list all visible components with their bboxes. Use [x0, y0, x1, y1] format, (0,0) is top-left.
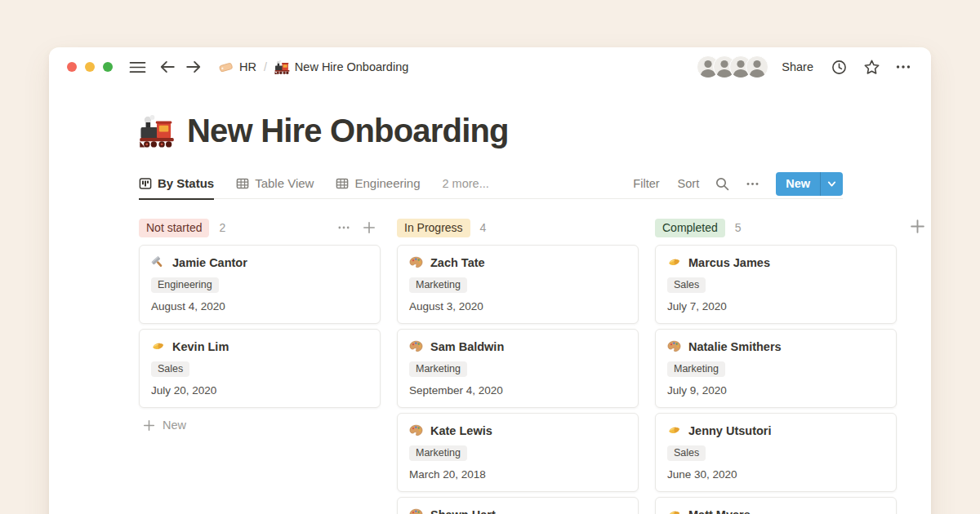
view-tabs-row: By StatusTable ViewEngineering 2 more...… — [139, 169, 843, 199]
traffic-lights — [67, 62, 113, 72]
card-name: Shawn Hart — [430, 508, 496, 514]
board-column-not-started: Not started 2 Jamie CantorEngineeringAug… — [139, 217, 381, 514]
tab-table-view[interactable]: Table View — [236, 169, 314, 200]
history-clock-icon[interactable] — [831, 60, 847, 75]
kanban-card[interactable]: Kevin LimSalesJuly 20, 2020 — [139, 329, 381, 408]
card-list: Jamie CantorEngineeringAugust 4, 2020 Ke… — [139, 245, 381, 408]
tab-label: By Status — [158, 176, 214, 190]
board-column-in-progress: In Progress 4 Zach TateMarketingAugust 3… — [397, 217, 639, 514]
avatar[interactable] — [746, 55, 768, 78]
kanban-card[interactable]: Zach TateMarketingAugust 3, 2020 — [397, 245, 639, 324]
palette-icon — [409, 423, 423, 437]
avatar-stack — [697, 55, 768, 78]
start-date: August 4, 2020 — [151, 300, 368, 312]
new-button-label[interactable]: New — [776, 172, 820, 196]
add-card-button[interactable]: New — [139, 419, 381, 432]
topbar: HR / New Hire Onboarding Share — [49, 47, 931, 86]
department-tag: Marketing — [667, 361, 725, 377]
card-name: Sam Baldwin — [430, 340, 504, 353]
start-date: March 20, 2018 — [409, 468, 626, 481]
close-window-button[interactable] — [67, 62, 77, 72]
kanban-card[interactable]: Marcus JamesSalesJuly 7, 2020 — [655, 245, 897, 324]
column-count: 4 — [480, 221, 487, 234]
back-arrow-icon[interactable] — [159, 60, 176, 74]
page-train-icon[interactable] — [139, 113, 175, 149]
card-title-row: Matt Myers — [667, 507, 884, 514]
kanban-card[interactable]: Matt Myers — [655, 497, 897, 514]
page-title[interactable]: New Hire Onboarding — [187, 113, 509, 149]
start-date: July 9, 2020 — [667, 384, 884, 397]
palette-icon — [409, 339, 423, 353]
new-button-dropdown[interactable] — [820, 172, 843, 196]
department-tag: Sales — [151, 361, 189, 377]
view-options-icon[interactable] — [746, 177, 760, 191]
start-date: June 30, 2020 — [667, 468, 884, 481]
handshake-icon — [151, 339, 165, 353]
breadcrumb-page[interactable]: New Hire Onboarding — [295, 60, 408, 73]
palette-icon — [409, 507, 423, 514]
start-date: July 20, 2020 — [151, 384, 368, 397]
card-title-row: Kate Lewis — [409, 423, 626, 437]
status-badge[interactable]: In Progress — [397, 219, 470, 237]
board-icon — [139, 177, 152, 190]
filter-button[interactable]: Filter — [633, 177, 659, 190]
sort-button[interactable]: Sort — [678, 177, 700, 190]
breadcrumb: HR / New Hire Onboarding — [218, 60, 408, 75]
forward-arrow-icon[interactable] — [185, 60, 202, 74]
kanban-card[interactable]: Natalie SmithersMarketingJuly 9, 2020 — [655, 329, 897, 408]
column-header: In Progress 4 — [397, 217, 639, 238]
zoom-window-button[interactable] — [103, 62, 113, 72]
add-group-button[interactable] — [910, 219, 925, 234]
new-button[interactable]: New — [776, 172, 843, 196]
card-list: Zach TateMarketingAugust 3, 2020 Sam Bal… — [397, 245, 639, 514]
kanban-card[interactable]: Sam BaldwinMarketingSeptember 4, 2020 — [397, 329, 639, 408]
label-icon — [218, 60, 234, 75]
palette-icon — [667, 339, 681, 353]
card-name: Matt Myers — [688, 508, 751, 514]
department-tag: Marketing — [409, 445, 467, 461]
card-title-row: Shawn Hart — [409, 507, 626, 514]
card-title-row: Kevin Lim — [151, 339, 368, 353]
breadcrumb-separator: / — [264, 60, 267, 73]
breadcrumb-workspace[interactable]: HR — [239, 60, 256, 73]
hammer-icon — [151, 255, 165, 269]
department-tag: Marketing — [409, 361, 467, 377]
status-badge[interactable]: Completed — [655, 219, 725, 237]
tab-label: Table View — [255, 176, 314, 190]
card-list: Marcus JamesSalesJuly 7, 2020 Natalie Sm… — [655, 245, 897, 514]
search-icon[interactable] — [715, 177, 729, 191]
share-button[interactable]: Share — [782, 60, 813, 73]
more-options-icon[interactable] — [895, 59, 911, 75]
minimize-window-button[interactable] — [85, 62, 95, 72]
table-icon — [236, 177, 249, 190]
status-badge[interactable]: Not started — [139, 219, 209, 237]
card-name: Kevin Lim — [172, 340, 229, 353]
hamburger-menu-icon[interactable] — [129, 61, 146, 73]
card-title-row: Marcus James — [667, 255, 884, 269]
title-row: New Hire Onboarding — [139, 113, 896, 149]
column-header: Completed 5 — [655, 217, 897, 238]
card-title-row: Sam Baldwin — [409, 339, 626, 353]
kanban-card[interactable]: Shawn Hart — [397, 497, 639, 514]
chevron-down-icon — [827, 179, 836, 188]
column-options-icon[interactable] — [337, 221, 350, 234]
more-views-button[interactable]: 2 more... — [443, 177, 489, 190]
department-tag: Engineering — [151, 277, 219, 293]
card-title-row: Jenny Utsutori — [667, 423, 884, 437]
table-icon — [336, 177, 349, 190]
tab-engineering[interactable]: Engineering — [336, 169, 420, 200]
favorite-star-icon[interactable] — [863, 59, 880, 76]
column-add-card-icon[interactable] — [363, 221, 376, 234]
board-column-completed: Completed 5 Marcus JamesSalesJuly 7, 202… — [655, 217, 897, 514]
handshake-icon — [667, 255, 681, 269]
tab-label: Engineering — [354, 176, 420, 190]
kanban-card[interactable]: Kate LewisMarketingMarch 20, 2018 — [397, 413, 639, 492]
tab-by-status[interactable]: By Status — [139, 169, 214, 200]
card-title-row: Jamie Cantor — [151, 255, 368, 269]
start-date: September 4, 2020 — [409, 384, 626, 397]
column-header: Not started 2 — [139, 217, 381, 238]
card-title-row: Zach Tate — [409, 255, 626, 269]
kanban-card[interactable]: Jamie CantorEngineeringAugust 4, 2020 — [139, 245, 381, 324]
kanban-card[interactable]: Jenny UtsutoriSalesJune 30, 2020 — [655, 413, 897, 492]
column-count: 2 — [219, 221, 225, 234]
